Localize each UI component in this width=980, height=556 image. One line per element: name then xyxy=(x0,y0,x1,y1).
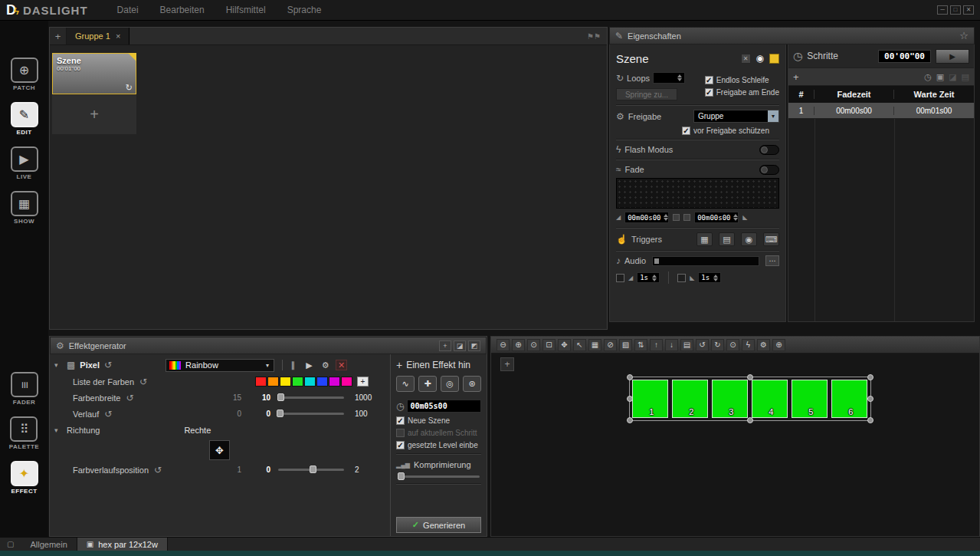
menu-datei[interactable]: Datei xyxy=(117,5,139,15)
reset-pixel-icon[interactable]: ↺ xyxy=(104,360,112,370)
preset-dropdown[interactable]: Rainbow ▾ xyxy=(166,359,274,372)
color-swatch[interactable] xyxy=(341,377,352,387)
menu-sprache[interactable]: Sprache xyxy=(287,5,322,15)
copy-step-icon[interactable]: ◪ xyxy=(949,72,956,82)
add-scene-button[interactable]: + xyxy=(52,94,136,134)
fixture-square[interactable]: 1 xyxy=(632,380,668,418)
sidebar-item-live[interactable]: ▶ LIVE xyxy=(11,146,38,180)
fixture-square[interactable]: 3 xyxy=(712,380,748,418)
sidebar-item-palette[interactable]: ⠿ PALETTE xyxy=(9,416,39,450)
include-levels-checkbox[interactable] xyxy=(396,441,405,449)
reset-colors-icon[interactable]: ↺ xyxy=(139,377,147,387)
reset-verlauf-icon[interactable]: ↺ xyxy=(104,409,112,419)
favorite-star-icon[interactable]: ☆ xyxy=(959,30,969,41)
flip-vertical-icon[interactable]: ⇅ xyxy=(634,339,647,351)
scene-tile[interactable]: Szene 00'01"00 ↻ xyxy=(52,53,136,94)
delay-out-spinner[interactable] xyxy=(711,272,718,284)
tab-fixture[interactable]: ▣ hex par 12x12w xyxy=(77,538,168,551)
fade-toggle[interactable] xyxy=(759,165,779,175)
add-group-button[interactable]: + xyxy=(50,28,67,44)
fixture-square[interactable]: 2 xyxy=(672,380,708,418)
current-step-checkbox[interactable] xyxy=(396,429,405,437)
group-flags-icon[interactable]: ⚑⚑ xyxy=(587,28,601,44)
position-effect-button[interactable]: ✚ xyxy=(418,376,437,392)
fixture-square[interactable]: 4 xyxy=(752,380,788,418)
fade-in-spinner[interactable] xyxy=(661,212,668,223)
step-row[interactable]: 1 00m00s00 00m01s00 xyxy=(788,103,974,119)
selection-handle[interactable] xyxy=(867,396,873,402)
generate-button[interactable]: ✓ Generieren xyxy=(396,517,481,533)
snap-off-icon[interactable]: ⊘ xyxy=(604,339,617,351)
selection-handle[interactable] xyxy=(627,417,633,423)
tab-gruppe-1[interactable]: Gruppe 1 × xyxy=(67,28,129,44)
flash-mode-toggle[interactable] xyxy=(759,145,779,155)
fixture-square[interactable]: 6 xyxy=(831,380,867,418)
farbenbreite-slider[interactable] xyxy=(278,396,344,399)
move-tool-icon[interactable]: ✥ xyxy=(558,339,571,351)
loops-count-field[interactable] xyxy=(653,72,685,84)
menu-bearbeiten[interactable]: Bearbeiten xyxy=(160,5,205,15)
pause-effect-button[interactable]: ∥ xyxy=(287,360,299,370)
verlauf-slider[interactable] xyxy=(278,413,344,415)
release-at-end-checkbox[interactable] xyxy=(705,88,713,97)
audio-file-bar[interactable] xyxy=(652,256,759,266)
add-view-button[interactable]: + xyxy=(500,357,514,371)
protect-before-release-checkbox[interactable] xyxy=(682,127,690,135)
fade-curve-editor[interactable] xyxy=(616,178,779,209)
sidebar-item-patch[interactable]: ⊕ PATCH xyxy=(11,58,38,91)
grid-options-icon[interactable]: ▤ xyxy=(680,339,693,351)
delay-in-spinner[interactable] xyxy=(650,272,657,284)
gamepad-effect-button[interactable]: ◎ xyxy=(441,376,459,392)
center-icon[interactable]: ⊕ xyxy=(772,339,785,351)
menu-hilfsmittel[interactable]: Hilfsmittel xyxy=(226,5,266,15)
keyboard-trigger-button[interactable]: ⌨ xyxy=(763,232,779,246)
reset-farbverlaufsposition-icon[interactable]: ↺ xyxy=(154,465,162,475)
fade-curve-button-1[interactable] xyxy=(673,214,680,221)
close-tab-icon[interactable]: × xyxy=(116,31,120,41)
beam-icon[interactable]: ϟ xyxy=(742,339,755,351)
zoom-reset-icon[interactable]: ⊙ xyxy=(527,339,540,351)
curve-effect-button[interactable]: ∿ xyxy=(396,376,415,392)
rotate-right-icon[interactable]: ↻ xyxy=(711,339,724,351)
minimize-button[interactable]: ─ xyxy=(937,5,948,15)
sidebar-item-fader[interactable]: ≡ FADER xyxy=(11,372,38,406)
remove-step-icon[interactable]: ▤ xyxy=(962,72,969,82)
play-effect-button[interactable]: ▶ xyxy=(303,360,315,370)
new-effect-icon[interactable]: + xyxy=(439,341,451,351)
fade-out-time-field[interactable]: 00m00s00 xyxy=(694,212,739,223)
effect-settings-icon[interactable]: ⚙ xyxy=(320,360,331,370)
grid-select-icon[interactable]: ▦ xyxy=(588,339,601,351)
maximize-button[interactable]: □ xyxy=(950,5,961,15)
delete-scene-icon[interactable]: ✕ xyxy=(741,54,751,64)
farbverlaufsposition-slider[interactable] xyxy=(278,469,344,471)
fade-out-spinner[interactable] xyxy=(731,212,738,223)
close-button[interactable]: ✕ xyxy=(963,5,974,15)
raise-icon[interactable]: ↑ xyxy=(650,339,663,351)
open-effect-icon[interactable]: ◩ xyxy=(468,341,480,351)
color-swatch[interactable] xyxy=(304,377,316,387)
color-swatch[interactable] xyxy=(316,377,328,387)
save-effect-icon[interactable]: ◪ xyxy=(454,341,466,351)
group-icon[interactable]: ▧ xyxy=(619,339,632,351)
collapse-richtung-icon[interactable]: ▾ xyxy=(54,426,62,434)
effect-duration-field[interactable]: 00m05s00 xyxy=(407,400,481,413)
play-steps-button[interactable]: ▶ xyxy=(936,49,969,64)
audio-knob[interactable] xyxy=(654,258,659,264)
jump-to-button[interactable]: Springe zu... xyxy=(616,88,677,100)
midi-trigger-button[interactable]: ▦ xyxy=(696,232,713,246)
color-swatch[interactable] xyxy=(267,377,279,387)
zoom-fit-icon[interactable]: ⊡ xyxy=(542,339,556,351)
power-icon[interactable]: ⊙ xyxy=(726,339,739,351)
matrix-effect-button[interactable]: ⊛ xyxy=(463,376,481,392)
fade-out-delay-checkbox[interactable] xyxy=(677,274,686,282)
add-step-button[interactable]: + xyxy=(793,71,799,83)
delay-out-field[interactable]: 1s xyxy=(698,272,721,283)
zoom-out-icon[interactable]: ⊖ xyxy=(497,339,510,351)
calendar-trigger-button[interactable]: ▤ xyxy=(719,232,735,246)
compression-slider[interactable] xyxy=(398,475,480,478)
duplicate-step-icon[interactable]: ▣ xyxy=(936,72,944,82)
delete-effect-button[interactable]: ✕ xyxy=(336,360,347,370)
tab-allgemein[interactable]: Allgemein xyxy=(21,538,76,551)
color-swatch[interactable] xyxy=(329,377,340,387)
scene-color-chip[interactable] xyxy=(769,54,779,64)
